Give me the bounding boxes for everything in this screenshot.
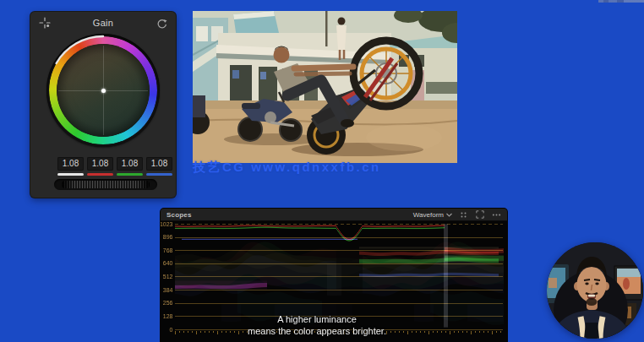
gain-master-wheel[interactable] [54,179,157,190]
gain-value-field[interactable]: 1.08 [146,157,172,171]
more-icon[interactable] [491,210,501,220]
channel-underline-blue [146,173,172,176]
subtitle-line-2: means the color appears brighter. [248,326,386,338]
color-picker-crosshair-icon[interactable] [38,16,52,30]
gain-color-wheel[interactable] [46,34,160,147]
gain-value-blue[interactable]: 1.08 [146,157,172,176]
expand-icon[interactable] [475,210,484,220]
gain-panel-header: Gain [30,12,176,34]
subtitle-line-1: A higher luminance [248,314,386,326]
gain-value-master[interactable]: 1.08 [57,157,84,176]
scopes-controls: Waveform [413,210,501,220]
channel-underline-master [57,173,84,176]
cutoff-window-fragment [598,0,644,3]
scopes-title: Scopes [166,211,192,219]
scopes-header[interactable]: Scopes Waveform [161,209,507,221]
watermark-text: 技艺CG www.qdnxxfb.cn [193,160,475,176]
gain-value-row: 1.08 1.08 1.08 1.08 [57,157,172,176]
channel-underline-red [87,173,113,176]
video-viewer [193,11,457,163]
grid-dots-icon[interactable] [459,210,468,220]
gain-value-field[interactable]: 1.08 [87,157,113,171]
video-frame-motorcycle-wheelie [193,11,457,163]
gain-value-field[interactable]: 1.08 [57,157,84,171]
scope-mode-label: Waveform [413,211,444,219]
scope-mode-dropdown[interactable]: Waveform [413,211,452,219]
chevron-down-icon [446,213,452,217]
gain-value-red[interactable]: 1.08 [87,157,113,176]
gain-value-green[interactable]: 1.08 [117,157,143,176]
presenter-portrait [547,242,643,339]
gain-color-wheel-panel: Gain 1.08 1.0 [30,12,176,198]
subtitle-overlay: A higher luminance means the color appea… [248,314,386,337]
reset-icon[interactable] [155,16,168,30]
webcam-overlay [547,242,643,339]
master-wheel-ridges [62,181,150,188]
wheel-indicator-arc [46,34,160,147]
screen: Gain 1.08 1.0 [0,0,644,342]
channel-underline-green [117,173,143,176]
gain-value-field[interactable]: 1.08 [117,157,143,171]
